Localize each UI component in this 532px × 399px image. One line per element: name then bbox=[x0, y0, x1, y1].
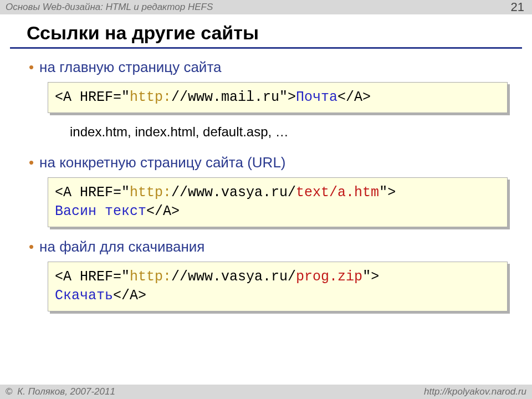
bullet-item-1: • на главную страницу сайта bbox=[29, 59, 508, 75]
bullet-text-2: на конкретную страницу сайта (URL) bbox=[39, 154, 285, 171]
page-number: 21 bbox=[511, 0, 526, 14]
footer-bar: © К. Поляков, 2007-2011 http://kpolyakov… bbox=[0, 385, 532, 399]
code-seg: //www.vasya.ru/ bbox=[171, 269, 296, 285]
footer-copyright: © К. Поляков, 2007-2011 bbox=[6, 386, 115, 397]
code-seg: <A HREF=" bbox=[55, 185, 130, 201]
course-title: Основы Web-дизайна: HTML и редактор HEFS bbox=[6, 2, 213, 13]
slide-title: Ссылки на другие сайты bbox=[0, 14, 532, 47]
code-seg: "> bbox=[379, 185, 396, 201]
bullet-icon: • bbox=[29, 60, 34, 74]
code-example-2: <A HREF="http://www.vasya.ru/text/a.htm"… bbox=[48, 177, 508, 227]
code-seg: <A HREF=" bbox=[55, 89, 130, 105]
footer-url: http://kpolyakov.narod.ru bbox=[424, 386, 526, 397]
bullet-icon: • bbox=[29, 239, 34, 254]
code-seg: prog.zip bbox=[296, 269, 362, 285]
code-example-1: <A HREF="http://www.mail.ru">Почта</A> bbox=[48, 82, 508, 113]
code-seg: </A> bbox=[113, 288, 146, 304]
code-seg: //www.vasya.ru/ bbox=[171, 185, 296, 201]
code-seg: Скачать bbox=[55, 288, 113, 304]
index-filenames: index.htm, index.html, default.asp, … bbox=[70, 124, 508, 140]
code-seg: //www.mail.ru"> bbox=[171, 89, 296, 105]
code-seg: "> bbox=[362, 269, 379, 285]
code-seg: http: bbox=[130, 269, 171, 285]
code-seg: </A> bbox=[146, 203, 180, 219]
slide-content: • на главную страницу сайта <A HREF="htt… bbox=[0, 59, 532, 311]
code-seg: <A HREF=" bbox=[55, 269, 130, 285]
code-seg: text/a.htm bbox=[296, 185, 379, 201]
bullet-item-3: • на файл для скачивания bbox=[29, 238, 508, 255]
code-seg: </A> bbox=[337, 89, 371, 105]
copyright-icon: © bbox=[6, 386, 13, 397]
bullet-text-3: на файл для скачивания bbox=[39, 238, 204, 255]
code-example-3: <A HREF="http://www.vasya.ru/prog.zip"> … bbox=[48, 262, 508, 311]
bullet-text-1: на главную страницу сайта bbox=[39, 59, 221, 75]
bullet-icon: • bbox=[29, 155, 34, 170]
code-seg: Почта bbox=[296, 89, 337, 105]
code-seg: http: bbox=[130, 185, 171, 201]
code-seg: http: bbox=[130, 89, 171, 105]
title-underline bbox=[10, 47, 522, 49]
bullet-item-2: • на конкретную страницу сайта (URL) bbox=[29, 154, 508, 171]
header-bar: Основы Web-дизайна: HTML и редактор HEFS… bbox=[0, 0, 532, 14]
code-seg: Васин текст bbox=[55, 203, 146, 219]
footer-author: К. Поляков, 2007-2011 bbox=[17, 386, 115, 397]
